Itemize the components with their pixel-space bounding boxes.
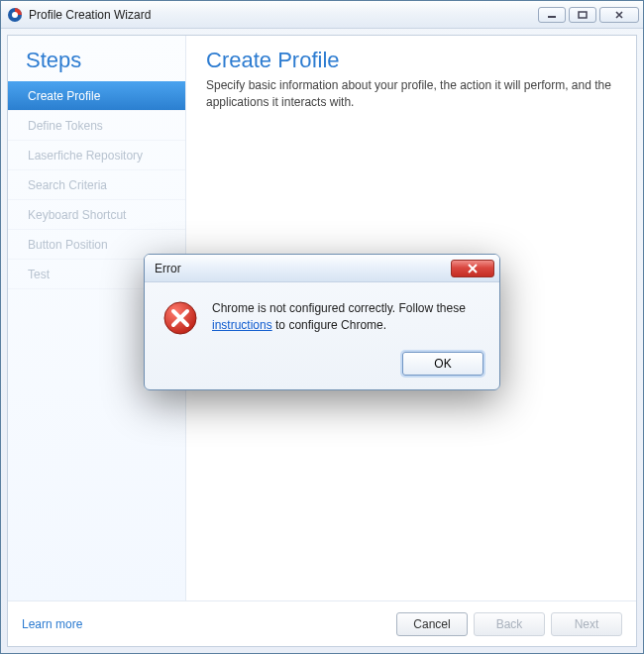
dialog-close-button[interactable] (451, 260, 494, 277)
ok-button[interactable]: OK (402, 352, 483, 376)
dialog-footer: OK (145, 346, 499, 389)
dialog-text-before: Chrome is not configured correctly. Foll… (212, 301, 466, 315)
modal-layer: Error (0, 0, 644, 654)
dialog-titlebar: Error (145, 255, 499, 282)
button-label: OK (434, 357, 451, 371)
error-dialog: Error (144, 254, 500, 390)
error-icon (162, 300, 198, 336)
dialog-body: Chrome is not configured correctly. Foll… (145, 282, 499, 346)
dialog-text-after: to configure Chrome. (272, 318, 386, 332)
dialog-title: Error (155, 262, 451, 275)
dialog-message: Chrome is not configured correctly. Foll… (212, 300, 482, 336)
wizard-window: Profile Creation Wizard Steps Create Pro… (0, 0, 644, 654)
instructions-link[interactable]: instructions (212, 318, 272, 332)
